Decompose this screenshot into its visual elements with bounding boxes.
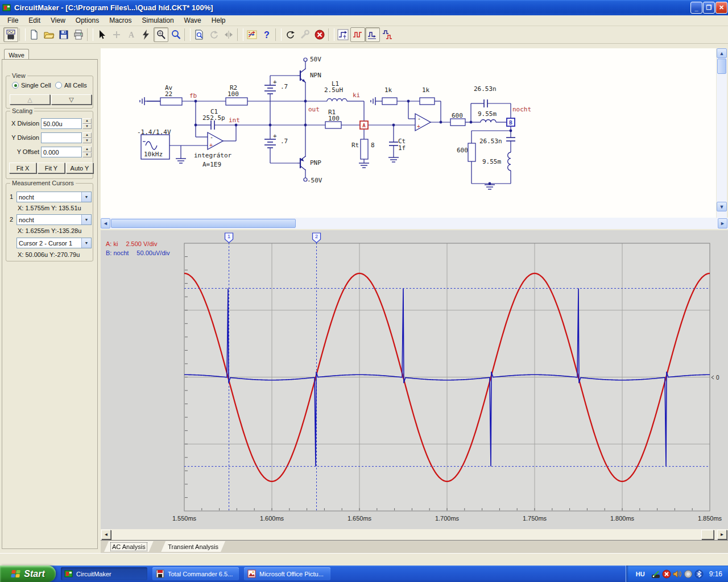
trace-legend-a: A: ki2.500 V/div [106, 240, 157, 247]
lightning-delete-icon[interactable] [139, 27, 154, 42]
spin-down-icon[interactable]: ▼ [82, 152, 92, 158]
mixed-waveform-icon[interactable] [380, 27, 395, 42]
cell-down-button[interactable]: ▽ [51, 94, 92, 105]
cell-up-button[interactable]: △ [10, 94, 50, 105]
tab-ac-analysis[interactable]: AC Analysis [104, 541, 154, 552]
new-document-icon[interactable] [27, 27, 42, 42]
combo-arrow-icon[interactable]: ▼ [81, 192, 91, 202]
combo-arrow-icon[interactable]: ▼ [81, 238, 91, 248]
waveform-chart[interactable]: 1201.550ms1.600ms1.650ms1.700ms1.750ms1.… [101, 230, 728, 529]
tab-transient-analysis[interactable]: Transient Analysis [161, 541, 225, 552]
help-icon[interactable]: ? [259, 27, 274, 42]
spin-down-icon[interactable]: ▼ [82, 124, 92, 130]
scroll-left-arrow-icon[interactable]: ◄ [101, 218, 110, 228]
spinner-y-division[interactable]: ▲▼ [82, 132, 92, 143]
taskbar-task-microsoft[interactable]: Microsoft Office Pictu... [244, 567, 330, 580]
schematic-label-955m: 9.55m [478, 110, 497, 118]
input-x-division[interactable]: 50.00u [41, 118, 82, 129]
cursor-tool-icon[interactable] [94, 27, 109, 42]
open-folder-icon[interactable] [42, 27, 56, 42]
cursor-diff-combo[interactable]: Cursor 2 - Cursor 1▼ [16, 238, 92, 248]
menu-view[interactable]: View [46, 15, 71, 26]
radio-all-cells[interactable] [55, 82, 62, 89]
scroll-right-arrow-icon[interactable]: ► [718, 218, 727, 228]
find-part-icon[interactable] [192, 27, 206, 42]
board-browser-icon[interactable] [3, 27, 18, 42]
fit-y-button[interactable]: Fit Y [38, 163, 65, 173]
menu-macros[interactable]: Macros [104, 15, 136, 26]
spinner-y-offset[interactable]: ▲▼ [82, 147, 92, 157]
schematic-vscrollbar[interactable]: ▲ ▼ [717, 48, 727, 218]
cursor-2-source-combo[interactable]: nocht▼ [16, 214, 92, 225]
spin-up-icon[interactable]: ▲ [82, 147, 92, 152]
wrench-icon[interactable] [297, 27, 312, 42]
x-tick-label: 1.700ms [435, 515, 460, 522]
combo-arrow-icon[interactable]: ▼ [81, 215, 91, 225]
wire-plus-tool-icon[interactable] [109, 27, 124, 42]
wave-scroll-left-icon[interactable]: ◄ [101, 530, 111, 539]
schematic-label-8: 8 [371, 142, 375, 149]
spinner-x-division[interactable]: ▲▼ [82, 118, 92, 129]
wave-sidebar: Wave View Single CellAll Cells △ ▽ Scali… [0, 44, 101, 553]
hardware-icon[interactable] [684, 569, 693, 579]
language-indicator[interactable]: HU [633, 570, 648, 578]
spin-down-icon[interactable]: ▼ [82, 138, 92, 144]
schematic-label-1f: 1f [398, 144, 406, 152]
maximize-button[interactable]: ❐ [703, 2, 715, 14]
menu-bar: FileEditViewOptionsMacrosSimulationWaveH… [0, 15, 728, 26]
minimize-button[interactable]: _ [690, 2, 702, 14]
mirror-icon[interactable] [221, 27, 236, 42]
tablet-pen-icon[interactable] [651, 569, 660, 579]
text-tool-icon[interactable]: A [124, 27, 139, 42]
save-icon[interactable] [56, 27, 71, 42]
wave-scroll-thumb[interactable] [701, 530, 714, 539]
menu-help[interactable]: Help [206, 15, 231, 26]
radio-single-cell[interactable] [12, 82, 19, 89]
bluetooth-icon[interactable] [694, 569, 704, 579]
x-tick-label: 1.800ms [610, 515, 635, 522]
spin-up-icon[interactable]: ▲ [82, 118, 92, 124]
scroll-up-arrow-icon[interactable]: ▲ [717, 48, 727, 58]
analog-waveform-icon[interactable] [365, 27, 380, 42]
menu-edit[interactable]: Edit [23, 15, 46, 26]
taskbar-task-total[interactable]: Total Commander 6.5... [152, 567, 239, 580]
digital-waveform-icon[interactable] [350, 27, 365, 42]
rotate-icon[interactable] [206, 27, 221, 42]
close-button[interactable]: ✕ [715, 2, 727, 14]
volume-icon[interactable] [673, 569, 682, 579]
start-button[interactable]: Start [0, 566, 56, 582]
trace-name: A: ki [106, 240, 118, 247]
schematic-label-100: 100 [228, 90, 239, 98]
tab-wave[interactable]: Wave [4, 49, 29, 60]
menu-wave[interactable]: Wave [179, 15, 206, 26]
zoom-tool-icon[interactable] [168, 27, 183, 42]
waveform-hscrollbar[interactable]: ◄ ► [101, 529, 728, 540]
schematic-label-100: 100 [328, 115, 340, 122]
scroll-down-arrow-icon[interactable]: ▼ [717, 202, 727, 211]
wave-scroll-right-icon[interactable]: ► [717, 530, 727, 539]
cursor-1-source-combo[interactable]: nocht▼ [16, 192, 92, 202]
menu-options[interactable]: Options [71, 15, 104, 26]
reset-icon[interactable] [283, 27, 297, 42]
toolbar-separator [328, 28, 334, 41]
fit-x-button[interactable]: Fit X [9, 163, 36, 173]
print-icon[interactable] [71, 27, 86, 42]
menu-file[interactable]: File [2, 15, 23, 26]
vscroll-thumb[interactable] [717, 59, 726, 74]
input-y-division[interactable] [41, 132, 82, 143]
schematic-canvas[interactable]: -+-+AB50VNPNAv22fbR2100C1252.5pintout-1.… [101, 48, 716, 218]
security-alert-icon[interactable] [662, 569, 671, 579]
auto-y-button[interactable]: Auto Y [66, 163, 93, 173]
menu-simulation[interactable]: Simulation [137, 15, 179, 26]
spin-up-icon[interactable]: ▲ [82, 132, 92, 138]
taskbar-task-circuitmaker[interactable]: CircuitMaker [61, 567, 147, 580]
taskbar-clock[interactable]: 9:16 [709, 570, 722, 578]
schematic-hscrollbar[interactable]: ◄ ► [101, 218, 728, 229]
check-connections-icon[interactable] [245, 27, 259, 42]
schematic-label-25uh: 2.5uH [324, 86, 343, 94]
transient-setup-icon[interactable] [336, 27, 350, 42]
stop-simulation-icon[interactable] [312, 27, 327, 42]
probe-tool-icon[interactable] [154, 27, 168, 42]
input-y-offset[interactable]: 0.000 [41, 147, 82, 157]
hscroll-thumb[interactable] [111, 219, 296, 228]
